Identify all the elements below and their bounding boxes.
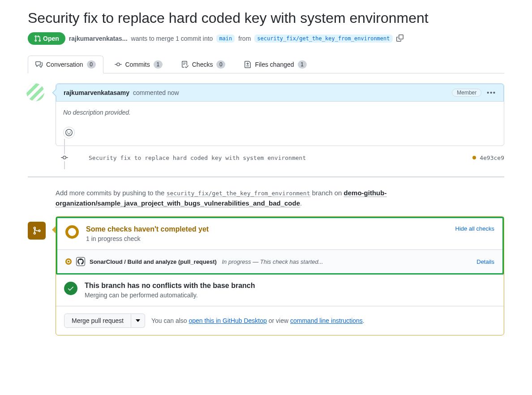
- highlighted-checks-region: Some checks haven't completed yet 1 in p…: [56, 217, 504, 275]
- git-pull-request-icon: [34, 35, 41, 42]
- from-text: from: [238, 35, 251, 42]
- tab-files-count: 1: [298, 60, 307, 69]
- pr-tabs: Conversation 0 Commits 1 Checks 0 Files …: [28, 56, 504, 73]
- merge-status-badge: [28, 222, 46, 240]
- commit-node-icon: [61, 154, 68, 161]
- success-check-icon: [64, 282, 77, 295]
- commit-event: Security fix to replace hard coded key w…: [56, 146, 504, 169]
- no-conflicts-subtitle: Merging can be performed automatically.: [85, 292, 255, 299]
- base-branch-tag[interactable]: main: [216, 34, 235, 43]
- merge-text: wants to merge 1 commit into: [131, 35, 213, 42]
- avatar-container: [26, 83, 44, 101]
- checks-subtitle: 1 in progress check: [86, 235, 209, 242]
- merge-button-group: Merge pull request: [64, 313, 145, 328]
- user-avatar[interactable]: [26, 83, 44, 101]
- check-in-progress-icon: [65, 258, 72, 265]
- merge-alt-text: You can also open this in GitHub Desktop…: [151, 317, 365, 324]
- reaction-row: [56, 123, 504, 146]
- pending-status-icon: [65, 225, 79, 239]
- pr-description-comment: rajkumarvenkatasamy commented now Member…: [56, 83, 504, 146]
- merge-actions-section: Merge pull request You can also open thi…: [56, 306, 504, 335]
- push-hint-branch: security_fix/get_the_key_from_environmen…: [167, 190, 310, 197]
- comment-time[interactable]: now: [167, 89, 179, 96]
- tab-files-label: Files changed: [255, 61, 294, 68]
- tab-commits-count: 1: [154, 60, 163, 69]
- copy-branch-icon[interactable]: [396, 34, 403, 43]
- tab-commits[interactable]: Commits 1: [107, 56, 170, 73]
- tab-checks-label: Checks: [192, 61, 213, 68]
- comment-body: No description provided.: [56, 102, 504, 123]
- commit-message-link[interactable]: Security fix to replace hard coded key w…: [89, 155, 472, 161]
- pr-meta-row: Open rajkumarvenkatas... wants to merge …: [28, 32, 504, 45]
- merge-panel: Some checks haven't completed yet 1 in p…: [56, 216, 504, 335]
- smiley-icon: [65, 129, 73, 136]
- file-diff-icon: [244, 61, 251, 68]
- open-in-desktop-link[interactable]: open this in GitHub Desktop: [189, 317, 267, 324]
- comment-discussion-icon: [35, 61, 43, 68]
- check-details-link[interactable]: Details: [476, 258, 494, 265]
- check-row: SonarCloud / Build and analyze (pull_req…: [57, 249, 502, 273]
- caret-down-icon: [136, 319, 140, 322]
- push-hint-text: Add more commits by pushing to the secur…: [56, 188, 504, 208]
- merge-dropdown-button[interactable]: [131, 313, 145, 328]
- tab-conversation-count: 0: [87, 60, 96, 69]
- tab-conversation-label: Conversation: [46, 61, 83, 68]
- command-line-link[interactable]: command line instructions: [290, 317, 363, 324]
- commit-status-pending-icon[interactable]: [472, 156, 476, 159]
- state-label: Open: [43, 35, 59, 42]
- github-mark-icon: [76, 257, 85, 266]
- tab-checks[interactable]: Checks 0: [174, 56, 233, 73]
- compare-branch-tag[interactable]: security_fix/get_the_key_from_environmen…: [254, 34, 392, 43]
- pr-title: Security fix to replace hard coded key w…: [28, 9, 504, 27]
- member-badge: Member: [452, 89, 481, 97]
- comment-header: rajkumarvenkatasamy commented now Member…: [56, 84, 504, 102]
- checks-title: Some checks haven't completed yet: [86, 225, 209, 233]
- check-name[interactable]: SonarCloud / Build and analyze (pull_req…: [90, 258, 217, 265]
- check-status-text: In progress — This check has started...: [222, 258, 323, 265]
- state-badge-open: Open: [28, 32, 65, 45]
- tab-checks-count: 0: [216, 60, 225, 69]
- tab-commits-label: Commits: [125, 61, 150, 68]
- checklist-icon: [181, 61, 189, 68]
- comment-author-link[interactable]: rajkumarvenkatasamy: [64, 89, 129, 96]
- checks-summary-section: Some checks haven't completed yet 1 in p…: [57, 218, 502, 249]
- git-commit-icon: [115, 61, 122, 68]
- merge-pull-request-button[interactable]: Merge pull request: [64, 313, 131, 328]
- comment-action: commented now: [131, 89, 179, 96]
- tab-files-changed[interactable]: Files changed 1: [236, 56, 314, 73]
- git-merge-icon: [32, 226, 41, 235]
- hide-all-checks-link[interactable]: Hide all checks: [455, 225, 494, 232]
- tab-conversation[interactable]: Conversation 0: [28, 56, 103, 73]
- no-conflicts-title: This branch has no conflicts with the ba…: [85, 282, 255, 290]
- merge-conflicts-section: This branch has no conflicts with the ba…: [56, 275, 504, 306]
- timeline-divider: [28, 176, 504, 177]
- pr-author-link[interactable]: rajkumarvenkatas...: [69, 35, 128, 42]
- comment-kebab-menu[interactable]: •••: [487, 89, 496, 96]
- add-reaction-button[interactable]: [63, 127, 75, 138]
- commit-hash-link[interactable]: 4e93ce9: [480, 155, 504, 161]
